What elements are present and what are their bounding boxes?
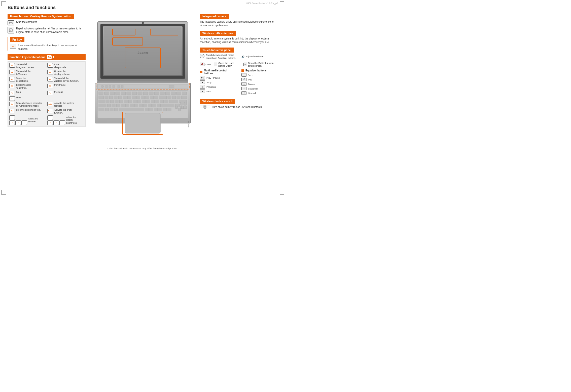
fnc-f10: F10 Stop — [9, 91, 46, 95]
eq-sq-icon — [241, 69, 244, 72]
svg-rect-86 — [144, 104, 147, 107]
define-label: Open the User Define Utility. — [218, 62, 240, 67]
svg-rect-41 — [182, 92, 187, 95]
svg-rect-66 — [128, 100, 132, 103]
svg-rect-63 — [115, 100, 118, 103]
eq-classical-label: Classical — [248, 87, 258, 90]
media-col: Multi-media control buttons ▶‖ Play / Pa… — [200, 69, 236, 96]
svg-rect-89 — [157, 104, 161, 107]
svg-rect-60 — [99, 100, 105, 103]
svg-rect-32 — [132, 92, 137, 95]
dolby-row: DO Open the Dolby function setup screen. — [243, 62, 278, 67]
power-item-2-text: Repair windows system kernel files or re… — [16, 27, 86, 34]
fnc-insert: Ins Switch between characteror numeric i… — [9, 102, 46, 108]
wireless-switch-section: Wireless device switch Turn on/off both … — [200, 99, 278, 109]
mute-label: Mute — [205, 63, 211, 66]
svg-text:ideapad: ideapad — [188, 121, 190, 128]
svg-rect-118 — [207, 106, 210, 108]
dolby-icon: DO — [243, 63, 247, 66]
svg-text:⟳: ⟳ — [10, 29, 12, 31]
svg-rect-39 — [171, 92, 175, 95]
svg-rect-102 — [150, 108, 153, 111]
camera-section: Integrated camera The integrated camera … — [200, 14, 278, 27]
svg-rect-103 — [154, 108, 158, 111]
power-section: Power button / OneKey Rescue System butt… — [8, 14, 86, 34]
fnc-pause: Pause Activate the breakfunction. — [47, 109, 84, 114]
media-previous-label: Previous — [206, 85, 216, 88]
corner-tr — [280, 1, 284, 6]
eq-header: Equalizer buttons — [241, 69, 278, 72]
mute-row: 🔇 Mute — [200, 63, 211, 66]
fnc-bright-right-icon: ► — [59, 120, 65, 125]
svg-rect-117 — [204, 106, 206, 107]
eq-jazz: ♪ Jazz — [241, 73, 278, 77]
power-item-2: ⟳ Repair windows system kernel files or … — [8, 27, 86, 34]
svg-rect-22 — [118, 85, 120, 88]
svg-rect-26 — [99, 92, 103, 95]
fnc-f8: F8 Enable/disableTouchPad. — [9, 84, 46, 90]
fnc-delete: Del Stop the scrolling of text. — [9, 109, 46, 114]
svg-rect-40 — [176, 92, 181, 95]
fnc-f2-text: Turn on/off theLCD screen. — [16, 70, 31, 76]
fnc-esc-text: Turn on/offintegrated camera. — [16, 63, 35, 69]
eq-col: Equalizer buttons ♪ Jazz 🎵 Pop ♬ Dance — [241, 69, 278, 96]
svg-rect-55 — [159, 96, 167, 99]
fnc-f2: F2 Turn on/off theLCD screen. — [9, 70, 46, 76]
fnc-section: Function key combinations Fn + Esc Turn … — [8, 54, 86, 127]
power-item-1-text: Start the computer. — [16, 20, 38, 24]
svg-rect-81 — [121, 104, 124, 107]
svg-rect-77 — [99, 104, 106, 107]
svg-rect-106 — [168, 108, 171, 111]
svg-rect-115 — [200, 106, 203, 108]
svg-rect-43 — [105, 96, 108, 99]
svg-rect-68 — [137, 100, 141, 103]
stop-icon: ■ — [200, 80, 205, 84]
media-eq-row: Multi-media control buttons ▶‖ Play / Pa… — [200, 69, 278, 96]
fnc-vol-center-icon: ▼ — [15, 120, 21, 125]
fn-item-1-text: Use in combination with other keys to ac… — [18, 44, 86, 51]
svg-rect-75 — [169, 100, 178, 103]
svg-rect-57 — [172, 96, 176, 99]
laptop-illustration: lenovo — [90, 16, 196, 150]
media-previous: ⏮ Previous — [200, 85, 236, 89]
svg-rect-19 — [105, 85, 108, 88]
fnc-f11: F11 Previous — [47, 91, 84, 95]
previous-icon: ⏮ — [200, 85, 205, 89]
svg-rect-71 — [151, 100, 155, 103]
svg-rect-61 — [106, 100, 109, 103]
svg-rect-38 — [165, 92, 170, 95]
fnc-prtsc-icon: PrtSc — [47, 102, 53, 106]
svg-rect-34 — [143, 92, 148, 95]
fnc-f4-text: Select theaspect ratio. — [16, 77, 28, 83]
fnc-header: Function key combinations Fn + — [8, 54, 86, 60]
left-column: Power button / OneKey Rescue System butt… — [8, 14, 86, 150]
fnc-f5-text: Turn on/off thewireless device function. — [54, 77, 79, 83]
svg-rect-107 — [175, 106, 177, 109]
svg-point-18 — [101, 85, 104, 88]
eq-normal-label: Normal — [248, 92, 256, 95]
fnc-vol-right-icon: ► — [21, 120, 27, 125]
svg-rect-47 — [123, 96, 126, 99]
fnc-grid: Esc Turn on/offintegrated camera. F1 Ent… — [8, 61, 86, 127]
fnc-bright-down-icon: ◄ — [47, 120, 53, 125]
fnc-delete-text: Stop the scrolling of text. — [16, 109, 41, 112]
svg-rect-20 — [109, 85, 111, 88]
fnc-f11-icon: F11 — [47, 91, 53, 95]
fnc-esc-icon: Esc — [9, 63, 15, 68]
fnc-vol-up-icon: ▲ — [9, 115, 15, 120]
fnc-f8-text: Enable/disableTouchPad. — [16, 84, 31, 90]
fnc-vol-down-icon: ◄ — [9, 120, 15, 125]
tp-right: 🔊 Adjust the volume. — [241, 55, 278, 58]
power-icon — [8, 20, 14, 25]
main-layout: Power button / OneKey Rescue System butt… — [8, 14, 278, 150]
svg-rect-67 — [133, 100, 136, 103]
media-stop-label: Stop — [206, 81, 211, 84]
fnc-label: Function key combinations — [10, 56, 45, 59]
dance-icon: ♬ — [241, 82, 246, 86]
svg-rect-59 — [181, 96, 187, 99]
power-item-1: Start the computer. — [8, 20, 86, 25]
fnc-f12-text: Next — [16, 96, 21, 99]
tp-left: ⟳ Switch between Multi-media control and… — [200, 54, 236, 60]
fnc-esc: Esc Turn on/offintegrated camera. — [9, 63, 46, 69]
svg-rect-35 — [149, 92, 153, 95]
